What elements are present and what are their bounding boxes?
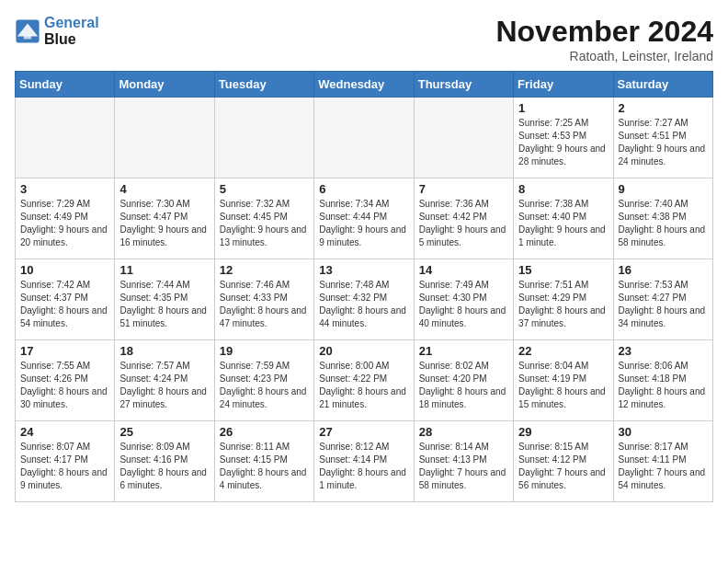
calendar-cell: 26 Sunrise: 8:11 AM Sunset: 4:15 PM Dayl… bbox=[214, 421, 313, 502]
day-info: Sunrise: 8:06 AM Sunset: 4:18 PM Dayligh… bbox=[619, 360, 708, 411]
day-info: Sunrise: 7:48 AM Sunset: 4:32 PM Dayligh… bbox=[319, 279, 408, 330]
calendar-cell bbox=[314, 98, 414, 178]
logo: General Blue bbox=[15, 15, 99, 47]
calendar-cell bbox=[115, 98, 214, 178]
day-info: Sunrise: 7:57 AM Sunset: 4:24 PM Dayligh… bbox=[119, 360, 209, 411]
day-info: Sunrise: 7:27 AM Sunset: 4:51 PM Dayligh… bbox=[619, 117, 708, 168]
day-number: 1 bbox=[518, 101, 608, 115]
calendar: SundayMondayTuesdayWednesdayThursdayFrid… bbox=[15, 71, 713, 502]
calendar-cell: 18 Sunrise: 7:57 AM Sunset: 4:24 PM Dayl… bbox=[115, 340, 214, 421]
calendar-cell bbox=[414, 98, 513, 178]
day-number: 9 bbox=[619, 182, 708, 196]
calendar-cell: 30 Sunrise: 8:17 AM Sunset: 4:11 PM Dayl… bbox=[613, 421, 712, 502]
calendar-cell: 14 Sunrise: 7:49 AM Sunset: 4:30 PM Dayl… bbox=[414, 259, 513, 340]
day-number: 16 bbox=[619, 263, 708, 277]
month-title: November 2024 bbox=[495, 15, 713, 49]
day-info: Sunrise: 7:51 AM Sunset: 4:29 PM Dayligh… bbox=[518, 279, 608, 330]
calendar-cell: 28 Sunrise: 8:14 AM Sunset: 4:13 PM Dayl… bbox=[414, 421, 513, 502]
day-info: Sunrise: 7:25 AM Sunset: 4:53 PM Dayligh… bbox=[518, 117, 608, 168]
calendar-cell: 9 Sunrise: 7:40 AM Sunset: 4:38 PM Dayli… bbox=[613, 178, 712, 259]
day-number: 7 bbox=[419, 182, 508, 196]
calendar-cell: 6 Sunrise: 7:34 AM Sunset: 4:44 PM Dayli… bbox=[314, 178, 414, 259]
day-number: 23 bbox=[619, 344, 708, 358]
day-number: 13 bbox=[319, 263, 408, 277]
calendar-cell: 27 Sunrise: 8:12 AM Sunset: 4:14 PM Dayl… bbox=[314, 421, 414, 502]
weekday-header-row: SundayMondayTuesdayWednesdayThursdayFrid… bbox=[16, 72, 713, 98]
day-number: 10 bbox=[20, 263, 109, 277]
calendar-cell: 13 Sunrise: 7:48 AM Sunset: 4:32 PM Dayl… bbox=[314, 259, 414, 340]
day-info: Sunrise: 7:42 AM Sunset: 4:37 PM Dayligh… bbox=[20, 279, 109, 330]
day-info: Sunrise: 7:30 AM Sunset: 4:47 PM Dayligh… bbox=[119, 198, 209, 249]
calendar-cell: 3 Sunrise: 7:29 AM Sunset: 4:49 PM Dayli… bbox=[16, 178, 115, 259]
day-info: Sunrise: 8:12 AM Sunset: 4:14 PM Dayligh… bbox=[319, 441, 408, 492]
calendar-cell: 17 Sunrise: 7:55 AM Sunset: 4:26 PM Dayl… bbox=[16, 340, 115, 421]
calendar-cell: 21 Sunrise: 8:02 AM Sunset: 4:20 PM Dayl… bbox=[414, 340, 513, 421]
day-number: 25 bbox=[119, 425, 209, 439]
day-info: Sunrise: 8:02 AM Sunset: 4:20 PM Dayligh… bbox=[419, 360, 508, 411]
calendar-cell: 5 Sunrise: 7:32 AM Sunset: 4:45 PM Dayli… bbox=[214, 178, 313, 259]
day-info: Sunrise: 7:44 AM Sunset: 4:35 PM Dayligh… bbox=[119, 279, 209, 330]
day-info: Sunrise: 8:11 AM Sunset: 4:15 PM Dayligh… bbox=[220, 441, 309, 492]
day-info: Sunrise: 7:53 AM Sunset: 4:27 PM Dayligh… bbox=[619, 279, 708, 330]
calendar-cell: 12 Sunrise: 7:46 AM Sunset: 4:33 PM Dayl… bbox=[214, 259, 313, 340]
calendar-cell: 8 Sunrise: 7:38 AM Sunset: 4:40 PM Dayli… bbox=[514, 178, 613, 259]
calendar-cell: 16 Sunrise: 7:53 AM Sunset: 4:27 PM Dayl… bbox=[613, 259, 712, 340]
weekday-header-wednesday: Wednesday bbox=[314, 72, 414, 98]
weekday-header-thursday: Thursday bbox=[414, 72, 513, 98]
day-number: 14 bbox=[419, 263, 508, 277]
day-number: 11 bbox=[119, 263, 209, 277]
calendar-cell: 20 Sunrise: 8:00 AM Sunset: 4:22 PM Dayl… bbox=[314, 340, 414, 421]
day-info: Sunrise: 7:46 AM Sunset: 4:33 PM Dayligh… bbox=[220, 279, 309, 330]
calendar-cell bbox=[16, 98, 115, 178]
day-number: 5 bbox=[220, 182, 309, 196]
calendar-cell: 1 Sunrise: 7:25 AM Sunset: 4:53 PM Dayli… bbox=[514, 98, 613, 178]
week-row-4: 17 Sunrise: 7:55 AM Sunset: 4:26 PM Dayl… bbox=[16, 340, 713, 421]
day-number: 3 bbox=[20, 182, 109, 196]
page-header: General Blue November 2024 Ratoath, Lein… bbox=[15, 15, 713, 63]
week-row-3: 10 Sunrise: 7:42 AM Sunset: 4:37 PM Dayl… bbox=[16, 259, 713, 340]
week-row-1: 1 Sunrise: 7:25 AM Sunset: 4:53 PM Dayli… bbox=[16, 98, 713, 178]
logo-icon bbox=[15, 18, 40, 44]
calendar-cell: 7 Sunrise: 7:36 AM Sunset: 4:42 PM Dayli… bbox=[414, 178, 513, 259]
day-info: Sunrise: 8:15 AM Sunset: 4:12 PM Dayligh… bbox=[518, 441, 608, 492]
day-number: 4 bbox=[119, 182, 209, 196]
day-number: 6 bbox=[319, 182, 408, 196]
calendar-cell: 11 Sunrise: 7:44 AM Sunset: 4:35 PM Dayl… bbox=[115, 259, 214, 340]
day-number: 17 bbox=[20, 344, 109, 358]
day-number: 27 bbox=[319, 425, 408, 439]
day-info: Sunrise: 8:14 AM Sunset: 4:13 PM Dayligh… bbox=[419, 441, 508, 492]
weekday-header-saturday: Saturday bbox=[613, 72, 712, 98]
day-number: 29 bbox=[518, 425, 608, 439]
day-number: 19 bbox=[220, 344, 309, 358]
calendar-cell: 25 Sunrise: 8:09 AM Sunset: 4:16 PM Dayl… bbox=[115, 421, 214, 502]
calendar-cell: 2 Sunrise: 7:27 AM Sunset: 4:51 PM Dayli… bbox=[613, 98, 712, 178]
calendar-cell: 4 Sunrise: 7:30 AM Sunset: 4:47 PM Dayli… bbox=[115, 178, 214, 259]
day-info: Sunrise: 7:32 AM Sunset: 4:45 PM Dayligh… bbox=[220, 198, 309, 249]
day-number: 24 bbox=[20, 425, 109, 439]
day-number: 18 bbox=[119, 344, 209, 358]
day-info: Sunrise: 7:55 AM Sunset: 4:26 PM Dayligh… bbox=[20, 360, 109, 411]
day-info: Sunrise: 8:07 AM Sunset: 4:17 PM Dayligh… bbox=[20, 441, 109, 492]
day-info: Sunrise: 7:29 AM Sunset: 4:49 PM Dayligh… bbox=[20, 198, 109, 249]
calendar-cell: 10 Sunrise: 7:42 AM Sunset: 4:37 PM Dayl… bbox=[16, 259, 115, 340]
title-block: November 2024 Ratoath, Leinster, Ireland bbox=[495, 15, 713, 63]
calendar-cell: 15 Sunrise: 7:51 AM Sunset: 4:29 PM Dayl… bbox=[514, 259, 613, 340]
day-number: 28 bbox=[419, 425, 508, 439]
day-number: 2 bbox=[619, 101, 708, 115]
weekday-header-friday: Friday bbox=[514, 72, 613, 98]
day-info: Sunrise: 7:40 AM Sunset: 4:38 PM Dayligh… bbox=[619, 198, 708, 249]
day-info: Sunrise: 7:38 AM Sunset: 4:40 PM Dayligh… bbox=[518, 198, 608, 249]
weekday-header-sunday: Sunday bbox=[16, 72, 115, 98]
day-info: Sunrise: 7:36 AM Sunset: 4:42 PM Dayligh… bbox=[419, 198, 508, 249]
logo-text: General Blue bbox=[44, 15, 99, 47]
day-number: 30 bbox=[619, 425, 708, 439]
day-info: Sunrise: 7:59 AM Sunset: 4:23 PM Dayligh… bbox=[220, 360, 309, 411]
day-info: Sunrise: 8:00 AM Sunset: 4:22 PM Dayligh… bbox=[319, 360, 408, 411]
svg-rect-2 bbox=[24, 35, 31, 39]
day-info: Sunrise: 8:04 AM Sunset: 4:19 PM Dayligh… bbox=[518, 360, 608, 411]
weekday-header-tuesday: Tuesday bbox=[214, 72, 313, 98]
day-number: 26 bbox=[220, 425, 309, 439]
week-row-5: 24 Sunrise: 8:07 AM Sunset: 4:17 PM Dayl… bbox=[16, 421, 713, 502]
location: Ratoath, Leinster, Ireland bbox=[495, 49, 713, 63]
day-number: 15 bbox=[518, 263, 608, 277]
